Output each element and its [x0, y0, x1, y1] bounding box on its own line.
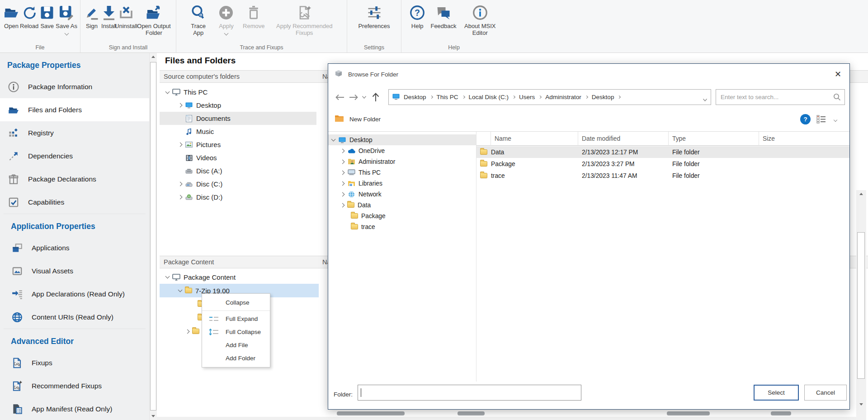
size-column-header[interactable]: Size: [759, 132, 849, 146]
tree-item-package-content[interactable]: Package Content: [160, 270, 316, 284]
chevron-right-icon[interactable]: [340, 170, 345, 175]
chevron-right-icon[interactable]: [178, 103, 183, 108]
apply-button[interactable]: Apply: [217, 2, 235, 35]
scrollbar-up-icon[interactable]: [859, 193, 863, 195]
chevron-down-icon[interactable]: [165, 89, 170, 94]
feedback-button[interactable]: Feedback: [430, 2, 456, 30]
up-arrow-icon[interactable]: [370, 89, 382, 105]
file-row-trace[interactable]: trace 2/13/2023 11:47 AM File folder: [476, 170, 849, 181]
sidebar-scrollbar-thumb[interactable]: [150, 62, 156, 410]
dialog-tree-data[interactable]: Data: [328, 200, 476, 210]
dialog-tree-this-pc[interactable]: This PC: [328, 167, 476, 178]
context-menu-add-folder[interactable]: Add Folder: [202, 352, 270, 365]
breadcrumb-segment[interactable]: Desktop: [404, 94, 426, 100]
sidebar-item-package-declarations[interactable]: Package Declarations: [0, 167, 149, 191]
breadcrumb-segment[interactable]: Local Disk (C:): [469, 94, 509, 100]
breadcrumb-segment[interactable]: Desktop: [592, 94, 614, 100]
chevron-right-icon[interactable]: [429, 95, 433, 99]
remove-button[interactable]: Remove: [243, 2, 264, 30]
scrollbar-down-icon[interactable]: [151, 415, 155, 417]
save-as-button[interactable]: Save As: [56, 2, 77, 35]
search-input[interactable]: [716, 90, 844, 105]
sidebar-item-app-declarations[interactable]: App Declarations (Read Only): [4, 282, 146, 305]
sidebar-item-fixups[interactable]: Fixups: [4, 351, 146, 374]
breadcrumb-segment[interactable]: Administrator: [545, 94, 581, 100]
dialog-tree-onedrive[interactable]: OneDrive: [328, 145, 476, 156]
chevron-down-icon[interactable]: [178, 288, 183, 292]
sidebar-item-dependencies[interactable]: Dependencies: [0, 144, 149, 167]
dialog-tree-libraries[interactable]: Libraries: [328, 178, 476, 189]
context-menu-full-expand[interactable]: Full Expand: [202, 312, 270, 325]
trace-app-button[interactable]: Trace App: [187, 2, 210, 37]
context-menu-full-collapse[interactable]: Full Collapse: [202, 325, 270, 339]
dialog-tree-desktop[interactable]: Desktop: [328, 134, 476, 145]
chevron-down-icon[interactable]: [834, 118, 837, 122]
context-menu-collapse[interactable]: Collapse: [202, 296, 270, 309]
sidebar-item-registry[interactable]: Registry: [0, 121, 149, 144]
tree-item-desktop[interactable]: Desktop: [160, 99, 316, 112]
chevron-down-icon[interactable]: [361, 89, 367, 105]
tree-item-pictures[interactable]: Pictures: [160, 138, 316, 151]
name-column-header[interactable]: Name: [491, 132, 578, 146]
about-msix-editor-button[interactable]: About MSIX Editor: [461, 2, 499, 37]
sidebar-item-capabilities[interactable]: Capabilities: [0, 191, 149, 214]
context-menu-add-file[interactable]: Add File: [202, 339, 270, 352]
sidebar-item-files-and-folders[interactable]: Files and Folders: [0, 98, 149, 121]
help-button[interactable]: ? Help: [409, 2, 426, 30]
chevron-right-icon[interactable]: [585, 95, 588, 99]
open-output-folder-button[interactable]: Open Output Folder: [135, 2, 173, 37]
breadcrumb[interactable]: Desktop This PC Local Disk (C:) Users Ad…: [388, 89, 711, 105]
tree-item-disc-d[interactable]: Disc (D:): [160, 191, 316, 204]
help-circle-icon[interactable]: ?: [800, 114, 811, 124]
sidebar-item-content-uris[interactable]: Content URIs (Read Only): [4, 305, 146, 329]
breadcrumb-segment[interactable]: This PC: [437, 94, 458, 100]
tree-item-videos[interactable]: Videos: [160, 151, 316, 164]
scrollbar-up-icon[interactable]: [151, 56, 155, 58]
chevron-right-icon[interactable]: [462, 95, 465, 99]
sidebar-scrollbar[interactable]: [149, 53, 157, 420]
tree-item-disc-c[interactable]: Disc (C:): [160, 177, 316, 191]
type-column-header[interactable]: Type: [669, 132, 759, 146]
chevron-down-icon[interactable]: [165, 274, 170, 279]
close-icon[interactable]: ✕: [835, 69, 841, 79]
main-vertical-scrollbar[interactable]: [856, 190, 866, 420]
chevron-right-icon[interactable]: [538, 95, 542, 99]
main-scrollbar-thumb[interactable]: [857, 232, 865, 379]
folder-input[interactable]: [358, 385, 581, 401]
search-icon[interactable]: [833, 93, 841, 103]
chevron-right-icon[interactable]: [340, 181, 345, 186]
sign-button[interactable]: Sign: [83, 2, 100, 30]
open-button[interactable]: Open: [3, 2, 20, 30]
chevron-right-icon[interactable]: [340, 192, 345, 196]
back-arrow-icon[interactable]: [335, 89, 345, 105]
chevron-right-icon[interactable]: [178, 143, 183, 147]
select-button[interactable]: Select: [754, 385, 799, 401]
sidebar-item-recommended-fixups[interactable]: Recommended Fixups: [4, 374, 146, 397]
file-row-package[interactable]: Package 2/13/2023 3:27 PM File folder: [476, 158, 849, 170]
preferences-button[interactable]: Preferences: [358, 2, 390, 30]
dialog-tree-administrator[interactable]: Administrator: [328, 156, 476, 167]
tree-item-this-pc[interactable]: This PC: [160, 86, 316, 99]
dialog-title-bar[interactable]: Browse For Folder ✕: [328, 64, 849, 85]
reload-button[interactable]: Reload: [20, 2, 38, 30]
chevron-down-icon[interactable]: [703, 96, 707, 103]
dialog-tree-package[interactable]: Package: [328, 210, 476, 221]
cancel-button[interactable]: Cancel: [804, 385, 847, 401]
chevron-right-icon[interactable]: [185, 329, 190, 334]
file-row-data[interactable]: Data 2/13/2023 12:17 PM File folder: [476, 146, 849, 158]
chevron-right-icon[interactable]: [178, 182, 183, 186]
chevron-right-icon[interactable]: [340, 159, 345, 164]
apply-recommended-fixups-button[interactable]: Apply Recommended Fixups: [273, 2, 336, 37]
chevron-right-icon[interactable]: [340, 203, 345, 207]
tree-item-documents[interactable]: Documents: [160, 112, 316, 125]
sidebar-item-package-information[interactable]: Package Information: [0, 75, 149, 98]
forward-arrow-icon[interactable]: [348, 89, 359, 105]
icon-column-header[interactable]: [476, 132, 491, 146]
breadcrumb-segment[interactable]: Users: [519, 94, 535, 100]
chevron-right-icon[interactable]: [340, 148, 345, 153]
date-modified-column-header[interactable]: Date modified: [578, 132, 669, 146]
chevron-right-icon[interactable]: [178, 195, 183, 200]
dialog-tree-network[interactable]: Network: [328, 189, 476, 200]
chevron-down-icon[interactable]: [331, 137, 336, 142]
sidebar-item-app-manifest[interactable]: App Manifest (Read Only): [4, 397, 146, 420]
